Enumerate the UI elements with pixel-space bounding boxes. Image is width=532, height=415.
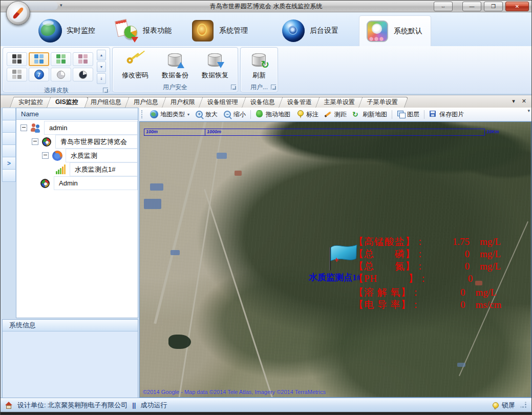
zoom-out-button[interactable]: − 缩小	[221, 109, 248, 120]
tab-device-info[interactable]: 设备信息	[242, 97, 282, 108]
designer-company-text: 设计单位: 北京聚英翱翔电子有限公司	[17, 401, 127, 410]
zoom-in-icon: +	[195, 110, 203, 118]
zoom-in-button[interactable]: + 放大	[193, 109, 220, 120]
strip-cell[interactable]	[2, 170, 16, 182]
dialog-launcher-icon[interactable]	[231, 85, 236, 90]
maximize-button[interactable]: ❐	[484, 2, 503, 11]
ribbon-tab-backend[interactable]: 后台设置	[275, 15, 347, 46]
tree-item-monitor-point[interactable]: 水质监测点1#	[16, 162, 138, 176]
toolbar-separator	[250, 110, 251, 119]
tree-item-admin2[interactable]: Admin	[16, 176, 138, 190]
lock-screen-button[interactable]: 锁屏	[502, 401, 515, 410]
skin-darkpie-button[interactable]	[73, 68, 93, 81]
map-canvas[interactable]: 100m 1000m 10Km + 水质监测	[139, 121, 531, 398]
tab-list-dropdown-icon[interactable]: ▾	[512, 98, 515, 105]
tree-item-expo[interactable]: 青岛市世界园艺博览会	[16, 135, 138, 149]
collapse-expander-icon[interactable]	[20, 125, 27, 131]
ribbon-tab-label: 实时监控	[67, 26, 95, 35]
close-button[interactable]: ✕	[505, 2, 529, 11]
globe-icon	[150, 110, 158, 118]
refresh-map-button[interactable]: ↻ 刷新地图	[350, 109, 390, 120]
skin-green-button[interactable]	[51, 52, 71, 66]
collapse-expander-icon[interactable]	[42, 152, 49, 159]
measure-button[interactable]: 测距	[322, 109, 349, 120]
annotate-button[interactable]: 标注	[293, 109, 321, 120]
ribbon-tab-default[interactable]: 系统默认	[359, 15, 431, 46]
group-label-user: 用户...	[241, 82, 278, 92]
refresh-button[interactable]: ↻ 刷新	[244, 51, 274, 80]
strip-cell[interactable]	[2, 120, 16, 133]
tab-realtime[interactable]: 实时监控	[10, 97, 50, 108]
rainbow-skin-icon	[367, 20, 388, 42]
tab-device-groups[interactable]: 设备组管理	[199, 97, 245, 108]
skin-pink-button[interactable]	[73, 52, 93, 66]
device-tree-panel: Name admin 青岛市世界园艺博览会	[16, 108, 138, 318]
data-restore-button[interactable]: 数据恢复	[196, 51, 234, 80]
save-icon	[429, 110, 437, 118]
status-bar: 设计单位: 北京聚英翱翔电子有限公司 || 成功运行 锁屏	[1, 398, 531, 412]
map-toolbar: 地图类型 ▾ + 放大 − 缩小 拖动地图 标注	[139, 108, 531, 121]
resize-grip[interactable]	[520, 402, 527, 408]
tree-item-admin[interactable]: admin	[16, 121, 138, 135]
window-controls: ⇔ — ❐ ✕	[434, 2, 529, 11]
save-image-button[interactable]: 保存图片	[427, 109, 466, 120]
skin-lightpie-button[interactable]	[51, 68, 71, 81]
app-compass-icon[interactable]	[6, 1, 30, 25]
app-window: ▾ 青岛市世界园艺博览会 水质在线监控系统 ⇔ — ❐ ✕ 实时监控 报表功能 …	[0, 0, 532, 415]
skin-scroll-down-button[interactable]: ▼	[97, 61, 106, 72]
tab-gis[interactable]: GIS监控	[47, 97, 85, 108]
database-backup-icon	[168, 53, 182, 67]
minimize-button[interactable]: —	[462, 2, 481, 11]
toolbar-overflow-icon[interactable]: ▾	[527, 108, 530, 113]
bulb-icon	[493, 402, 499, 408]
dialog-launcher-icon[interactable]	[271, 85, 276, 90]
skin-scroll-up-button[interactable]: ▲	[97, 50, 106, 60]
dialog-launcher-icon[interactable]	[103, 88, 108, 93]
panel-collapse-button[interactable]: >	[2, 157, 16, 170]
tree-header[interactable]: Name	[16, 108, 138, 120]
data-backup-button[interactable]: 数据备份	[156, 51, 194, 80]
toolbar-separator	[392, 110, 392, 119]
ribbon-tab-reports[interactable]: 报表功能	[109, 15, 180, 46]
status-separator: ||	[132, 401, 136, 409]
pan-map-button[interactable]: 拖动地图	[253, 109, 293, 120]
system-info-body	[3, 331, 138, 399]
reading-row: 【PH 】：0	[354, 273, 519, 285]
skin-blue-button[interactable]	[29, 52, 49, 66]
skin-scroll-end-button[interactable]: ⇓	[97, 73, 106, 84]
skin-grid: 7	[7, 52, 93, 81]
tab-user-rights[interactable]: 用户权限	[162, 97, 202, 108]
tab-device-pipes[interactable]: 设备管道	[279, 97, 318, 108]
tab-user-groups[interactable]: 用户组信息	[82, 97, 128, 108]
tab-sub-menu[interactable]: 子菜单设置	[358, 97, 405, 108]
system-info-panel: 系统信息	[2, 319, 138, 399]
tab-close-icon[interactable]: ✕	[522, 98, 526, 105]
change-password-button[interactable]: 修改密码	[116, 51, 154, 80]
strip-cell[interactable]	[2, 133, 16, 145]
strip-cell[interactable]	[2, 145, 16, 157]
system-info-title[interactable]: 系统信息	[3, 320, 138, 331]
reading-row: 【总 磷】：0mg/L	[354, 248, 519, 260]
tree-item-water-monitor[interactable]: 水质监测	[16, 149, 138, 162]
pond	[168, 335, 191, 349]
layers-button[interactable]: 图层	[394, 109, 422, 120]
skin-seven-button[interactable]: 7	[29, 68, 49, 81]
map-type-button[interactable]: 地图类型 ▾	[147, 109, 192, 120]
tab-user-info[interactable]: 用户信息	[125, 97, 165, 108]
crosshair-icon: +	[334, 255, 339, 264]
collapse-expander-icon[interactable]	[32, 138, 38, 145]
group-label-skins: 选择皮肤	[3, 86, 110, 95]
ribbon-tab-sysmanage[interactable]: 系统管理	[185, 15, 256, 46]
group-user: ↻ 刷新 用户...	[240, 47, 278, 92]
strip-cell[interactable]	[2, 108, 16, 120]
skin-gray-button[interactable]	[7, 68, 27, 81]
pie-icon	[79, 71, 87, 79]
water-quality-readings: 【高锰酸盐】：1.75mg/L 【总 磷】：0mg/L 【总 氮】：0mg/L …	[354, 236, 519, 311]
window-pin-button[interactable]: ⇔	[434, 2, 453, 11]
skin-dark-button[interactable]	[7, 52, 27, 66]
run-state-text: 成功运行	[141, 401, 167, 410]
title-bar[interactable]: ▾ 青岛市世界园艺博览会 水质在线监控系统 ⇔ — ❐ ✕	[1, 1, 531, 12]
ribbon-tab-label: 系统管理	[219, 26, 248, 35]
ribbon-tab-realtime[interactable]: 实时监控	[32, 15, 103, 46]
tab-main-menu[interactable]: 主菜单设置	[315, 97, 361, 108]
